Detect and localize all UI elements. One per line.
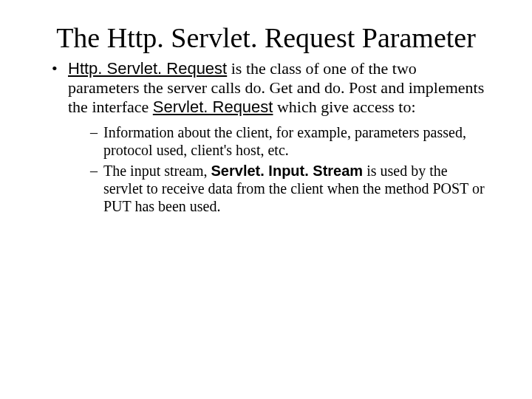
sub-bullet-2: The input stream, Servlet. Input. Stream…	[90, 162, 488, 215]
bullet-item-1: Http. Servlet. Request is the class of o…	[52, 59, 488, 215]
slide-title: The Http. Servlet. Request Parameter	[30, 22, 502, 55]
term-httpservletrequest: Http. Servlet. Request	[68, 59, 227, 78]
bullet-1-text-b: which give access to:	[273, 98, 415, 116]
sub-bullet-list: Information about the client, for exampl…	[68, 123, 488, 215]
sub-bullet-2-pre: The input stream,	[103, 163, 211, 179]
sub-bullet-1: Information about the client, for exampl…	[90, 123, 488, 159]
bullet-list: Http. Servlet. Request is the class of o…	[30, 59, 502, 215]
slide-body: Http. Servlet. Request is the class of o…	[30, 59, 502, 215]
term-servletrequest: Servlet. Request	[153, 98, 273, 116]
term-servletinputstream: Servlet. Input. Stream	[211, 163, 364, 179]
slide: The Http. Servlet. Request Parameter Htt…	[0, 0, 532, 399]
